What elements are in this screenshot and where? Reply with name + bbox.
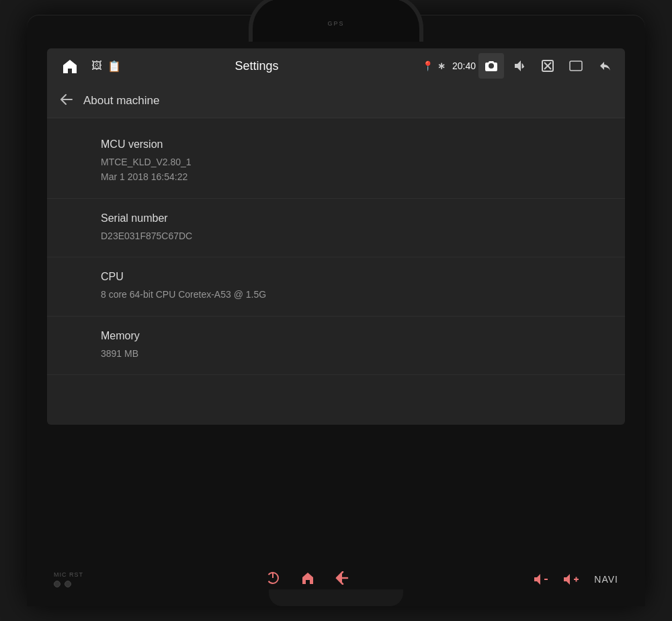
mcu-version-value2: Mar 1 2018 16:54:22 bbox=[101, 169, 571, 184]
cpu-item: CPU 8 core 64-bit CPU Coretex-A53 @ 1.5G bbox=[47, 257, 625, 316]
status-icons: 📍 ∗ 20:40 bbox=[422, 60, 478, 71]
mic-rst-dots bbox=[54, 581, 83, 587]
page-header: About machine bbox=[47, 83, 625, 118]
status-bar: 🖼 📋 Settings 📍 ∗ 20:40 bbox=[47, 48, 625, 83]
screen-button[interactable] bbox=[563, 53, 589, 79]
cpu-label: CPU bbox=[101, 271, 571, 283]
action-icons bbox=[478, 53, 617, 79]
screen: 🖼 📋 Settings 📍 ∗ 20:40 bbox=[47, 48, 625, 425]
bottom-notch bbox=[269, 589, 403, 606]
vol-up-button[interactable] bbox=[562, 573, 581, 586]
android-home-button[interactable] bbox=[300, 571, 315, 589]
home-button[interactable] bbox=[55, 51, 85, 81]
memory-item: Memory 3891 MB bbox=[47, 317, 625, 375]
mcu-version-item: MCU version MTCE_KLD_V2.80_1 Mar 1 2018 … bbox=[47, 125, 625, 199]
back-nav-button[interactable] bbox=[60, 93, 73, 108]
serial-number-item: Serial number D23E031F875C67DC bbox=[47, 199, 625, 257]
bottom-controls: MIC RST bbox=[27, 552, 645, 606]
time-display: 20:40 bbox=[452, 60, 476, 71]
serial-number-value: D23E031F875C67DC bbox=[101, 229, 571, 243]
mic-rst-label: MIC RST bbox=[54, 571, 83, 578]
camera-button[interactable] bbox=[478, 53, 504, 79]
mcu-version-label: MCU version bbox=[101, 138, 571, 151]
center-buttons bbox=[265, 571, 350, 589]
settings-title: Settings bbox=[91, 59, 422, 73]
back-button[interactable] bbox=[591, 53, 617, 79]
power-button[interactable] bbox=[265, 571, 280, 589]
mic-dot[interactable] bbox=[54, 581, 60, 587]
volume-button[interactable] bbox=[507, 53, 532, 79]
gps-label: GPS bbox=[327, 20, 344, 27]
mcu-version-value1: MTCE_KLD_V2.80_1 bbox=[101, 155, 571, 169]
bluetooth-icon: ∗ bbox=[437, 60, 446, 71]
android-back-button[interactable] bbox=[335, 571, 350, 588]
svg-rect-3 bbox=[570, 61, 582, 71]
location-icon: 📍 bbox=[422, 60, 433, 71]
mic-rst-section: MIC RST bbox=[54, 571, 83, 587]
device-body: GPS 🖼 📋 Settings 📍 ∗ 20:40 bbox=[27, 15, 645, 606]
vol-down-button[interactable] bbox=[532, 573, 548, 586]
cpu-value: 8 core 64-bit CPU Coretex-A53 @ 1.5G bbox=[101, 287, 571, 302]
volume-controls: NAVI bbox=[532, 573, 618, 586]
memory-label: Memory bbox=[101, 330, 571, 342]
device-top-bar: GPS bbox=[27, 15, 645, 28]
rst-dot[interactable] bbox=[65, 581, 71, 587]
serial-number-label: Serial number bbox=[101, 212, 571, 224]
page-title: About machine bbox=[83, 94, 159, 108]
close-button[interactable] bbox=[535, 53, 560, 79]
memory-value: 3891 MB bbox=[101, 346, 571, 361]
navi-button[interactable]: NAVI bbox=[594, 574, 618, 585]
info-list: MCU version MTCE_KLD_V2.80_1 Mar 1 2018 … bbox=[47, 118, 625, 382]
